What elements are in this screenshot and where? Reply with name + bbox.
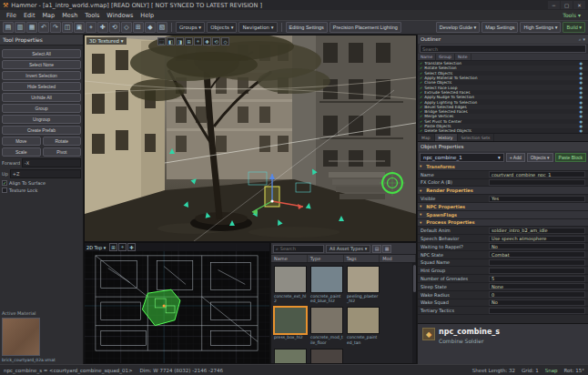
property-value-field[interactable] <box>489 268 585 274</box>
toolbar-right-button[interactable]: Develop Guide ▾ <box>436 22 481 33</box>
option-checkbox-row[interactable]: ✓ Align To Surface <box>2 180 81 186</box>
menu-item[interactable]: Windows <box>103 12 137 19</box>
check-icon[interactable]: ✓ <box>420 76 422 80</box>
property-row[interactable]: Waiting to Rappel? No <box>418 243 588 251</box>
tool-properties-button[interactable]: Invert Selection <box>2 71 81 80</box>
viewport-toolbar-icon[interactable]: ✚ <box>203 37 211 46</box>
property-row[interactable]: Name courtyard_combine_npc_1 <box>418 171 588 179</box>
viewport-2d-icon[interactable]: ✚ <box>127 243 136 251</box>
asset-filter-dropdown[interactable]: All Asset Types ▾ <box>326 245 370 253</box>
outliner-header-icon[interactable]: ⌕ <box>579 36 582 43</box>
outliner-search-input[interactable] <box>422 46 583 52</box>
property-value-field[interactable] <box>489 179 585 186</box>
property-row[interactable]: Default Anim soldier_intro_b2_am_idle <box>418 227 588 235</box>
check-icon[interactable]: ✓ <box>420 90 422 95</box>
scene-3d[interactable] <box>85 35 416 241</box>
check-icon[interactable]: ✓ <box>420 61 422 66</box>
add-key-button[interactable]: + Add <box>506 153 525 162</box>
property-value-field[interactable]: No <box>489 243 585 249</box>
tool-properties-button[interactable]: Unhide All <box>2 93 81 102</box>
asset-item[interactable]: concrete_mod_tile_floor <box>310 307 343 344</box>
rotate-tool-icon[interactable]: ⟲ <box>109 22 120 33</box>
asset-item[interactable]: peeling_plaster_hl2 <box>347 266 380 303</box>
viewport-toolbar-icon[interactable]: ⌖ <box>194 37 202 46</box>
property-value-field[interactable] <box>489 259 585 266</box>
property-row[interactable]: Process Properties <box>418 219 588 228</box>
property-row[interactable]: Number of Grenades 5 <box>418 275 588 283</box>
outliner-search-box[interactable] <box>420 45 586 53</box>
asset-item[interactable]: peeling_paint_green <box>274 349 307 363</box>
viewport-toolbar-icon[interactable]: ⟲ <box>212 37 220 46</box>
tool-properties-button[interactable]: Select None <box>2 60 81 69</box>
property-row[interactable]: FX Color A (B) <box>418 179 588 188</box>
menu-item[interactable]: Help <box>137 12 157 19</box>
outliner-column-header[interactable]: Name <box>418 54 436 60</box>
active-material-thumbnail[interactable] <box>2 318 40 356</box>
menu-item[interactable]: Mesh <box>58 12 81 19</box>
objects-button[interactable]: Objects ▾ <box>527 153 553 162</box>
viewport-mode-dropdown[interactable]: 3D Textured ▾ <box>86 37 127 45</box>
property-row[interactable]: Wake Radius 0 <box>418 291 588 299</box>
asset-thumbnail[interactable] <box>310 307 343 334</box>
viewport-toolbar-icon[interactable]: ◇ <box>221 37 229 46</box>
property-value-field[interactable]: Yes <box>489 196 585 202</box>
asset-column-header[interactable]: Tags <box>344 255 380 262</box>
viewport-2d[interactable]: 2D Top ▾ ⊞⌖✚ <box>84 242 270 364</box>
tool-properties-button[interactable]: Select All <box>2 49 81 58</box>
outliner-column-header[interactable]: Note <box>455 54 471 60</box>
paste-block-button[interactable]: Paste Block <box>555 153 586 162</box>
check-icon[interactable]: ✓ <box>420 124 422 128</box>
asset-thumbnail[interactable] <box>274 349 307 363</box>
snap-toggle[interactable]: Snap <box>545 368 558 373</box>
entity-tool-icon[interactable]: ◆ <box>145 22 156 33</box>
transform-mode-button[interactable]: Rotate <box>43 137 82 146</box>
check-icon[interactable]: ✓ <box>420 105 422 109</box>
status-grid-size[interactable]: Grid: 1 <box>522 368 539 373</box>
menu-item[interactable]: Map <box>38 12 58 19</box>
check-icon[interactable]: ✓ <box>420 95 422 99</box>
menu-item[interactable]: File <box>3 12 20 19</box>
copy-icon[interactable]: ◫ <box>62 22 73 33</box>
property-value-field[interactable] <box>489 308 585 314</box>
property-value-field[interactable]: soldier_intro_b2_am_idle <box>489 228 585 234</box>
property-value-field[interactable]: 0 <box>489 291 585 298</box>
transform-mode-button[interactable]: Pivot <box>43 147 82 157</box>
viewport-2d-icon[interactable]: ⌖ <box>118 243 127 251</box>
outliner-tab[interactable]: Selection Sets <box>458 134 495 141</box>
asset-thumbnail[interactable] <box>310 266 343 293</box>
check-icon[interactable]: ✓ <box>420 109 422 114</box>
property-value-field[interactable]: None <box>489 283 585 289</box>
axis-field-value[interactable]: +Z <box>10 169 81 178</box>
viewport-toolbar-icon[interactable]: ◨ <box>176 37 184 46</box>
asset-item[interactable]: press_box_hl2 <box>274 307 307 344</box>
scene-2d-wireframe[interactable] <box>85 243 269 363</box>
tool-properties-button[interactable]: Create Prefab <box>2 126 81 135</box>
asset-item[interactable]: concrete_painted_blue_hl2 <box>310 266 343 303</box>
check-icon[interactable]: ✓ <box>420 119 422 124</box>
axis-field-value[interactable]: -X <box>22 158 81 167</box>
viewport-3d[interactable]: 3D Textured ▾ ⬚◧◨⊞⌖✚⟲◇ <box>84 35 417 242</box>
viewport-2d-icon[interactable]: ⊞ <box>109 243 117 251</box>
checkbox-icon[interactable]: ✓ <box>2 180 7 186</box>
asset-thumbnail[interactable] <box>274 266 307 293</box>
menu-item[interactable]: Edit <box>20 12 39 19</box>
scale-tool-icon[interactable]: ◇ <box>121 22 132 33</box>
asset-thumbnail[interactable] <box>274 307 307 334</box>
entity-class-dropdown[interactable]: npc_combine_1 ▾ <box>420 153 504 162</box>
property-row[interactable]: Sleep State None <box>418 283 588 291</box>
paint-tool-icon[interactable]: ▧ <box>157 22 167 33</box>
transform-mode-button[interactable]: Move <box>2 137 41 146</box>
undo-icon[interactable]: ↶ <box>38 22 49 33</box>
property-row[interactable]: SpawnFlags <box>418 211 588 219</box>
property-row[interactable]: Transforms <box>418 163 588 171</box>
property-value-field[interactable]: No <box>489 299 585 306</box>
check-icon[interactable]: ✓ <box>420 80 422 85</box>
asset-thumbnail[interactable] <box>347 307 380 334</box>
menu-item[interactable]: Tools <box>81 12 103 19</box>
asset-column-header[interactable]: Name <box>271 255 308 262</box>
check-icon[interactable]: ✓ <box>420 114 422 118</box>
toolbar-right-button[interactable]: Map Settings <box>482 22 518 33</box>
property-row[interactable]: Speech Behavior Use speech atmosphere <box>418 235 588 243</box>
select-tool-icon[interactable]: ⌖ <box>86 22 96 33</box>
property-row[interactable]: Squad Name <box>418 259 588 268</box>
